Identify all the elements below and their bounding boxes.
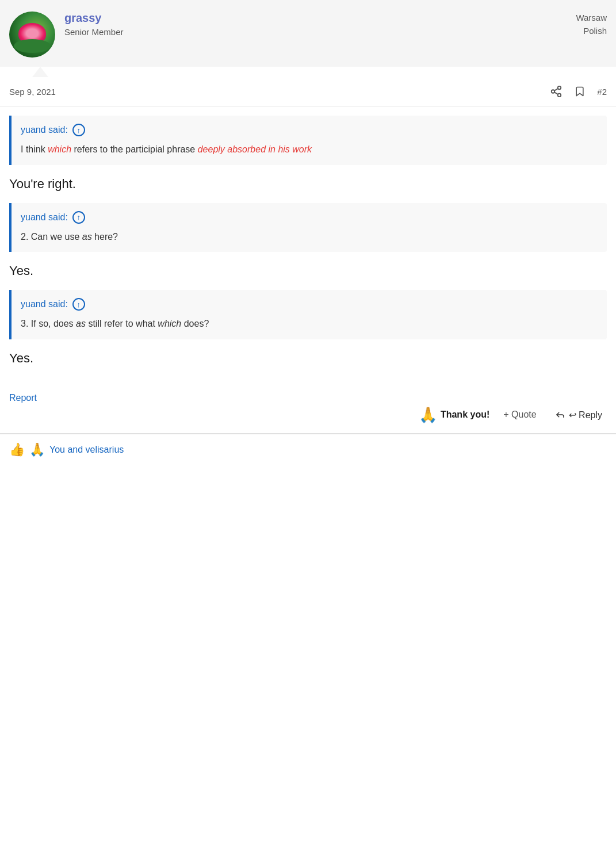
post-date: Sep 9, 2021 bbox=[9, 87, 538, 97]
quote-author-3[interactable]: yuand said: bbox=[21, 299, 68, 309]
quote-middle-3: still refer to what bbox=[86, 319, 158, 328]
location: Warsaw bbox=[576, 12, 607, 25]
quote-italic-which-2: which bbox=[158, 319, 181, 328]
praying-emoji-2: 🙏 bbox=[29, 442, 45, 457]
quote-attribution-1: yuand said: ↑ bbox=[21, 124, 598, 136]
quote-attribution-2: yuand said: ↑ bbox=[21, 211, 598, 224]
quote-italic-as-2: as bbox=[76, 319, 86, 328]
up-arrow-icon-3[interactable]: ↑ bbox=[72, 298, 85, 311]
thank-you-label[interactable]: Thank you! bbox=[441, 410, 489, 420]
up-arrow-icon-1[interactable]: ↑ bbox=[72, 124, 85, 136]
quote-prefix-1: I think bbox=[21, 144, 48, 154]
post-header: grassy Senior Member Warsaw Polish bbox=[0, 0, 616, 67]
response-2: Yes. bbox=[9, 263, 607, 278]
share-button[interactable] bbox=[550, 85, 563, 98]
avatar-image bbox=[9, 12, 55, 58]
quote-block-3: yuand said: ↑ 3. If so, does as still re… bbox=[9, 290, 607, 339]
post-number: #2 bbox=[597, 87, 607, 97]
quote-block-1: yuand said: ↑ I think which refers to th… bbox=[9, 116, 607, 165]
reactions-bar: 👍 🙏 You and velisarius bbox=[0, 434, 616, 465]
quote-text-3: 3. If so, does as still refer to what wh… bbox=[21, 316, 598, 331]
user-role: Senior Member bbox=[64, 27, 576, 37]
post-footer: Report 🙏 Thank you! + Quote ↩ Reply bbox=[0, 387, 616, 433]
reply-button[interactable]: ↩ Reply bbox=[550, 407, 607, 423]
quote-text-2: 2. Can we use as here? bbox=[21, 230, 598, 244]
up-arrow-icon-2[interactable]: ↑ bbox=[72, 211, 85, 224]
reactions-text[interactable]: You and velisarius bbox=[49, 445, 124, 455]
quote-middle-1: refers to the participial phrase bbox=[71, 144, 198, 154]
quote-attribution-3: yuand said: ↑ bbox=[21, 298, 598, 311]
response-3: Yes. bbox=[9, 351, 607, 366]
quote-prefix-3: 3. If so, does bbox=[21, 319, 76, 328]
report-link[interactable]: Report bbox=[9, 393, 37, 403]
quote-prefix-2: 2. Can we use bbox=[21, 232, 82, 242]
quote-suffix-3: does? bbox=[181, 319, 209, 328]
avatar bbox=[9, 12, 55, 58]
praying-emoji-1: 🙏 bbox=[419, 406, 437, 424]
quote-highlight-absorbed: deeply absorbed in his work bbox=[198, 144, 312, 154]
quote-italic-as: as bbox=[82, 232, 92, 242]
quote-button[interactable]: + Quote bbox=[499, 407, 541, 422]
user-info: grassy Senior Member bbox=[64, 12, 576, 37]
footer-actions: 🙏 Thank you! + Quote ↩ Reply bbox=[9, 406, 607, 424]
thank-you-section: 🙏 Thank you! bbox=[419, 406, 489, 424]
quote-text-1: I think which refers to the participial … bbox=[21, 142, 598, 157]
post-container: grassy Senior Member Warsaw Polish Sep 9… bbox=[0, 0, 616, 465]
quote-highlight-which: which bbox=[48, 144, 71, 154]
bubble-triangle bbox=[32, 67, 48, 77]
thumbs-up-emoji: 👍 bbox=[9, 442, 25, 457]
reply-label: ↩ Reply bbox=[569, 410, 602, 420]
username[interactable]: grassy bbox=[64, 12, 576, 25]
post-body: yuand said: ↑ I think which refers to th… bbox=[0, 106, 616, 387]
svg-line-3 bbox=[554, 92, 558, 94]
svg-line-4 bbox=[554, 89, 558, 91]
quote-suffix-2: here? bbox=[92, 232, 118, 242]
response-1: You're right. bbox=[9, 177, 607, 192]
bookmark-button[interactable] bbox=[574, 85, 586, 98]
quote-author-2[interactable]: yuand said: bbox=[21, 212, 68, 223]
language: Polish bbox=[576, 25, 607, 38]
post-date-bar: Sep 9, 2021 #2 bbox=[0, 77, 616, 106]
quote-block-2: yuand said: ↑ 2. Can we use as here? bbox=[9, 203, 607, 253]
quote-author-1[interactable]: yuand said: bbox=[21, 125, 68, 135]
post-location: Warsaw Polish bbox=[576, 12, 607, 37]
post-action-icons: #2 bbox=[550, 85, 607, 98]
